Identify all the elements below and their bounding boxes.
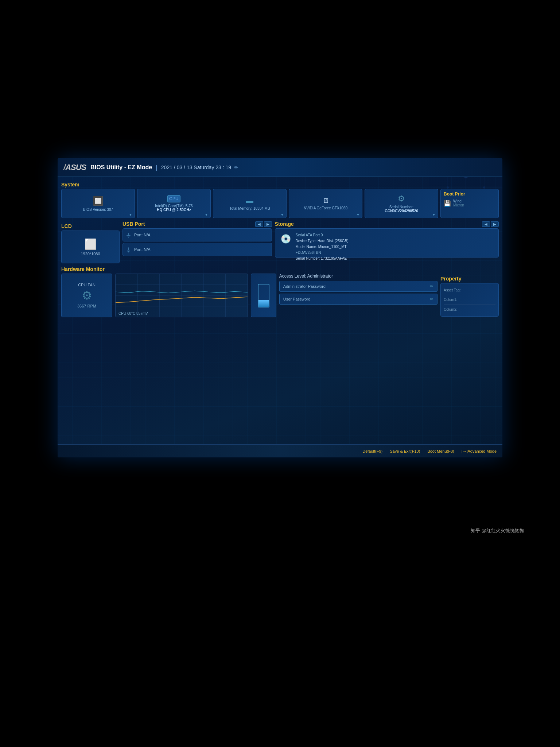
watermark: 知乎 @红红火火恍恍惚惚 [471,527,524,534]
boot-priority-title: Boot Prior [444,191,495,197]
usb-section-title: USB Port [122,221,145,227]
hw-monitor-section: CPU FAN ⚙ 3667 RPM [61,274,499,317]
lcd-section: LCD ⬜ 1920*1080 [61,221,120,263]
system-section-title: System [61,182,499,187]
usb-port-2: ⏚ Port: N/A [122,243,272,256]
storage-section: Storage ◀ ▶ 💿 Serial ATA Port 0 Device T… [275,221,499,263]
colum1-row: Colum1: [444,295,495,305]
chart-grid-svg [116,274,248,317]
cpu-card: CPU Intel(R) Core(TM) i5-73 HQ CPU @ 2.5… [137,189,211,218]
boot-item: 💾 Wind Micron [444,198,495,208]
memory-arrow: ▼ [280,213,284,217]
cpu-fan-card: CPU FAN ⚙ 3667 RPM [61,274,112,317]
hdd-icon: 💿 [280,234,291,244]
usb-section: USB Port ◀ ▶ ⏚ Port: N/A ⏚ Port: N/A [122,221,272,263]
serial-label: Serial Number: [389,205,414,209]
hw-monitor-title: Hardware Monitor [61,266,499,272]
storage-nav-arrows: ◀ ▶ [482,221,499,227]
bios-arrow: ▼ [129,213,132,217]
asset-tag-row: Asset Tag: [444,286,495,295]
bios-header: /ASUS BIOS Utility - EZ Mode | 2021 / 03… [58,158,502,177]
storage-prev-button[interactable]: ◀ [482,221,490,227]
lcd-resolution: 1920*1080 [81,252,100,256]
battery-widget [251,274,276,317]
photo-frame: /ASUS BIOS Utility - EZ Mode | 2021 / 03… [28,136,532,538]
bios-version-card: 🔲 BIOS Version: 307 ▼ [61,189,135,218]
header-datetime: 2021 / 03 / 13 Saturday 23 : 19 [161,165,231,170]
storage-info: Serial ATA Port 0 Device Type: Hard Disk… [296,232,349,262]
access-section: Access Level: Administrator Administrato… [279,274,438,317]
storage-serial: Serial Number: 1732195AAFAE [296,256,349,262]
usb-next-button[interactable]: ▶ [264,221,272,227]
user-password-field[interactable]: User Password ✏ [279,294,438,305]
usb-prev-button[interactable]: ◀ [255,221,263,227]
boot-priority-panel: Boot Prior 💾 Wind Micron [440,189,499,218]
serial-value: GCN0CV204290526 [385,209,418,213]
footer-advanced-mode[interactable]: |→|Advanced Mode [462,449,497,453]
footer-save-exit[interactable]: Save & Exit(F10) [390,449,420,453]
cpu-fan-section: CPU FAN ⚙ 3667 RPM [61,274,112,317]
chart-bottom-label: CPU 68°C 857mV [118,311,148,316]
serial-icon: ⚙ [398,194,405,204]
usb-port-1: ⏚ Port: N/A [122,228,272,241]
battery-fill [258,300,269,306]
footer-boot-menu[interactable]: Boot Menu(F8) [427,449,454,453]
property-title: Property [440,276,499,282]
bios-version-label: BIOS Version: 307 [83,208,113,212]
user-edit-icon[interactable]: ✏ [430,297,433,302]
serial-card: ⚙ Serial Number: GCN0CV204290526 ▼ [365,189,438,218]
usb-port-2-label: Port: N/A [134,247,151,252]
usb-nav-arrows: ◀ ▶ [255,221,272,227]
storage-next-button[interactable]: ▶ [491,221,499,227]
gpu-icon: 🖥 [322,197,329,205]
bios-icon: 🔲 [93,196,104,206]
asus-logo: /ASUS [63,163,86,172]
admin-edit-icon[interactable]: ✏ [430,284,433,289]
property-panel: Property Asset Tag: Colum1: Colum2: [440,274,499,317]
storage-section-title: Storage [275,221,294,227]
storage-model-extra: FDDAV256TBN [296,250,349,256]
usb-header: USB Port ◀ ▶ [122,221,272,227]
lcd-icon: ⬜ [84,238,97,250]
header-title: BIOS Utility - EZ Mode [90,164,152,171]
lcd-section-title: LCD [61,223,120,229]
cpu-icon: CPU [167,195,180,202]
admin-password-label: Administrator Password [283,284,326,289]
edit-icon[interactable]: ✏ [234,165,238,170]
bios-screen: /ASUS BIOS Utility - EZ Mode | 2021 / 03… [58,158,502,457]
usb-icon-1: ⏚ [127,231,131,239]
usb-port-1-label: Port: N/A [134,233,151,237]
access-level: Access Level: Administrator [279,274,438,279]
boot-hdd-icon: 💾 [444,200,451,207]
admin-password-field[interactable]: Administrator Password ✏ [279,281,438,292]
battery-shape [258,284,269,307]
fan-icon: ⚙ [82,289,92,302]
system-section: 🔲 BIOS Version: 307 ▼ CPU Intel(R) Core(… [61,189,499,218]
cpu-rpm: 3667 RPM [77,304,96,308]
cpu-value: HQ CPU @ 2.50GHz [157,208,191,212]
serial-arrow: ▼ [432,213,436,217]
boot-item-label: Wind Micron [453,199,464,207]
battery-card [251,274,276,317]
gpu-card: 🖥 NVIDIA GeForce GTX1060 ▼ [289,189,362,218]
storage-header: Storage ◀ ▶ [275,221,499,227]
storage-device-type: Device Type: Hard Disk (256GB) [296,238,349,244]
middle-row: LCD ⬜ 1920*1080 USB Port ◀ ▶ [61,221,499,263]
main-content: System 🔲 BIOS Version: 307 ▼ CPU Intel(R… [58,177,502,320]
memory-icon: ▬ [246,197,253,205]
cpu-arrow: ▼ [205,213,208,217]
property-card: Asset Tag: Colum1: Colum2: [440,283,499,317]
gpu-arrow: ▼ [356,213,360,217]
colum2-row: Colum2: [444,305,495,314]
lcd-card: ⬜ 1920*1080 [61,231,120,263]
usb-icon-2: ⏚ [127,246,131,253]
footer-default[interactable]: Default(F9) [362,449,382,453]
cpu-label: Intel(R) Core(TM) i5-73 [155,204,192,208]
user-password-label: User Password [283,297,311,301]
gpu-label: NVIDIA GeForce GTX1060 [304,206,347,210]
cpu-fan-label: CPU FAN [78,283,96,287]
storage-model: Model Name: Micron_1100_MT [296,244,349,250]
bios-footer: Default(F9) Save & Exit(F10) Boot Menu(F… [58,444,502,457]
storage-port: Serial ATA Port 0 [296,232,349,238]
access-level-label: Access Level: [279,274,306,279]
